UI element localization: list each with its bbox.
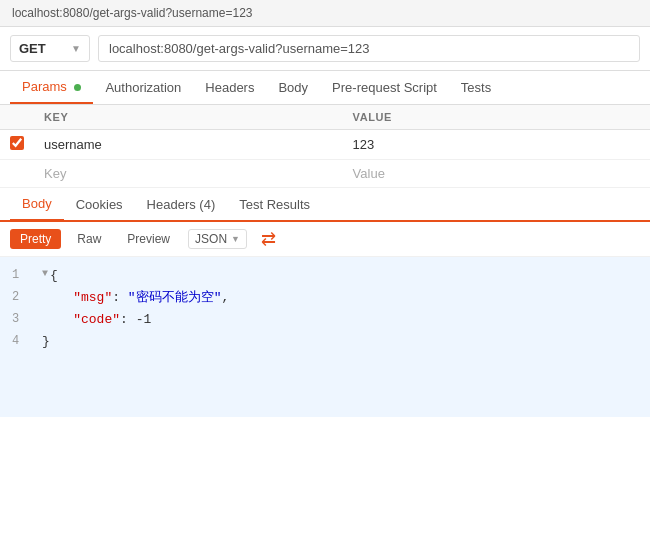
raw-button[interactable]: Raw: [67, 229, 111, 249]
tab-response-headers[interactable]: Headers (4): [135, 189, 228, 220]
tab-headers[interactable]: Headers: [193, 72, 266, 103]
json-val-code: -1: [136, 312, 152, 327]
params-table-container: KEY VALUE username 123: [0, 105, 650, 188]
param-key-empty[interactable]: Key: [34, 160, 343, 188]
tab-response-body[interactable]: Body: [10, 188, 64, 222]
response-tab-bar: Body Cookies Headers (4) Test Results: [0, 188, 650, 222]
response-line-1: 1 ▼ {: [12, 265, 638, 287]
param-key-username[interactable]: username: [34, 130, 343, 160]
param-value-username[interactable]: 123: [343, 130, 650, 160]
expand-icon-1[interactable]: ▼: [42, 265, 48, 282]
param-checkbox-username[interactable]: [10, 136, 24, 150]
method-label: GET: [19, 41, 46, 56]
wrap-icon[interactable]: ⇄: [261, 228, 276, 250]
tab-cookies[interactable]: Cookies: [64, 189, 135, 220]
tab-headers-label: Headers: [205, 80, 254, 95]
key-col-header: KEY: [34, 105, 343, 130]
json-val-msg: "密码不能为空": [128, 290, 222, 305]
line-content-4: }: [42, 331, 638, 353]
method-chevron-icon: ▼: [71, 43, 81, 54]
request-bar: GET ▼: [0, 27, 650, 71]
response-line-4: 4 }: [12, 331, 638, 353]
line-content-2: "msg": "密码不能为空",: [42, 287, 638, 309]
tab-pre-request-script-label: Pre-request Script: [332, 80, 437, 95]
tab-body-label: Body: [278, 80, 308, 95]
param-value-empty[interactable]: Value: [343, 160, 650, 188]
line-number-2: 2: [12, 287, 42, 307]
format-select[interactable]: JSON ▼: [188, 229, 247, 249]
pretty-button[interactable]: Pretty: [10, 229, 61, 249]
line-number-1: 1: [12, 265, 42, 285]
json-key-code: "code": [73, 312, 120, 327]
response-line-3: 3 "code": -1: [12, 309, 638, 331]
format-chevron-icon: ▼: [231, 234, 240, 244]
params-tab-bar: Params Authorization Headers Body Pre-re…: [0, 71, 650, 105]
top-url-text: localhost:8080/get-args-valid?username=1…: [12, 6, 253, 20]
tab-test-results-label: Test Results: [239, 197, 310, 212]
tab-params[interactable]: Params: [10, 71, 93, 104]
format-bar: Pretty Raw Preview JSON ▼ ⇄: [0, 222, 650, 257]
line-number-4: 4: [12, 331, 42, 351]
tab-body[interactable]: Body: [266, 72, 320, 103]
tab-tests[interactable]: Tests: [449, 72, 503, 103]
value-col-header: VALUE: [343, 105, 650, 130]
preview-button[interactable]: Preview: [117, 229, 180, 249]
table-row-empty: Key Value: [0, 160, 650, 188]
method-select[interactable]: GET ▼: [10, 35, 90, 62]
tab-test-results[interactable]: Test Results: [227, 189, 322, 220]
line-number-3: 3: [12, 309, 42, 329]
params-active-dot: [74, 84, 81, 91]
checkbox-col-header: [0, 105, 34, 130]
tab-authorization-label: Authorization: [105, 80, 181, 95]
json-key-msg: "msg": [73, 290, 112, 305]
tab-response-headers-label: Headers: [147, 197, 200, 212]
response-line-2: 2 "msg": "密码不能为空",: [12, 287, 638, 309]
table-row: username 123: [0, 130, 650, 160]
tab-tests-label: Tests: [461, 80, 491, 95]
tab-authorization[interactable]: Authorization: [93, 72, 193, 103]
tab-params-label: Params: [22, 79, 67, 94]
response-area: 1 ▼ { 2 "msg": "密码不能为空", 3 "code": -1 4 …: [0, 257, 650, 417]
url-input[interactable]: [98, 35, 640, 62]
line-content-1: {: [50, 265, 638, 287]
tab-cookies-label: Cookies: [76, 197, 123, 212]
headers-badge: (4): [199, 197, 215, 212]
tab-response-body-label: Body: [22, 196, 52, 211]
top-url-bar: localhost:8080/get-args-valid?username=1…: [0, 0, 650, 27]
line-content-3: "code": -1: [42, 309, 638, 331]
format-label: JSON: [195, 232, 227, 246]
tab-pre-request-script[interactable]: Pre-request Script: [320, 72, 449, 103]
